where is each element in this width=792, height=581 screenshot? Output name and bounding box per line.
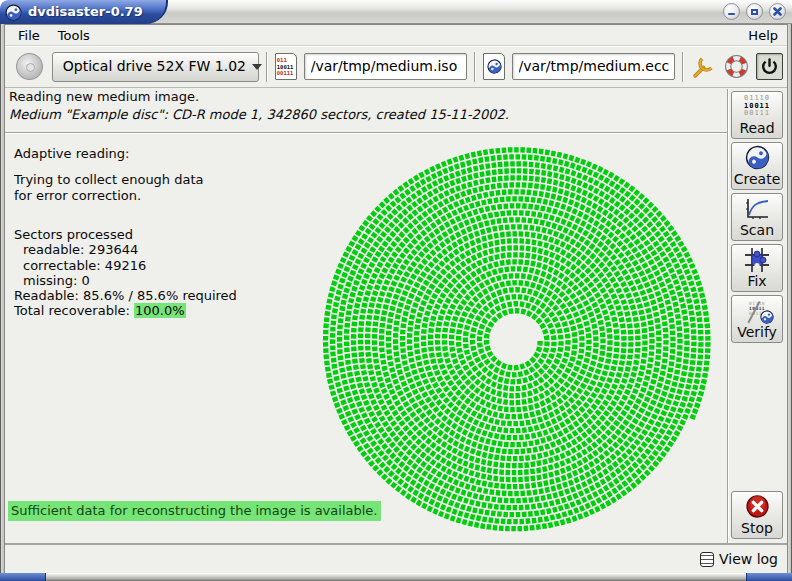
status-separator [5, 132, 727, 134]
window-title: dvdisaster-0.79 [28, 4, 143, 20]
lifebuoy-icon [724, 54, 749, 79]
drive-selector-value: Optical drive 52X FW 1.02 [53, 58, 252, 75]
preferences-button[interactable] [691, 53, 718, 80]
minimize-button[interactable] [723, 3, 740, 20]
iso-path-input[interactable] [304, 53, 467, 80]
bottom-left-corner-grip[interactable] [0, 573, 46, 581]
stop-button[interactable]: Stop [731, 491, 783, 539]
menu-bar: File Tools Help [5, 25, 787, 46]
app-window: dvdisaster-0.79 File Tools Help Optical … [0, 0, 792, 581]
fix-button[interactable]: Fix [731, 244, 783, 292]
panel-desc-line1: Trying to collect enough data [14, 172, 314, 188]
app-logo-yinyang-icon [5, 4, 22, 21]
log-list-icon [700, 552, 714, 567]
image-file-bits: 011 10011 00111 [276, 54, 296, 77]
readable-summary: Readable: 85.6% / 85.6% required [14, 288, 314, 303]
menu-file[interactable]: File [9, 26, 49, 45]
help-button[interactable] [723, 53, 750, 80]
verify-button[interactable]: 01110 10011 00111 Verify [731, 295, 783, 343]
stop-button-label: Stop [741, 521, 773, 536]
footer-message: Sufficient data for reconstructing the i… [8, 501, 381, 521]
stop-icon [732, 492, 782, 521]
window-border-bottom [0, 573, 792, 581]
scan-button-label: Scan [740, 223, 774, 238]
panel-desc-line2: for error correction. [14, 188, 314, 204]
drive-selector[interactable]: Optical drive 52X FW 1.02 [52, 52, 259, 82]
wrench-icon [691, 54, 716, 79]
create-button-label: Create [734, 172, 781, 187]
status-head: Reading new medium image. Medium "Exampl… [5, 89, 727, 122]
binary-lines-icon: 01110 10011 00111 [732, 92, 782, 121]
toolbar-separator [266, 52, 268, 82]
maximize-icon [751, 9, 758, 15]
bottom-right-corner-grip[interactable] [746, 573, 792, 581]
sectors-correctable: correctable: 49216 [14, 258, 314, 273]
mini-yinyang-icon [760, 310, 774, 324]
create-button[interactable]: Create [731, 142, 783, 190]
window-border-right [788, 24, 792, 573]
window-controls [723, 3, 786, 20]
sidebar-separator [727, 89, 729, 543]
status-line1: Reading new medium image. [5, 89, 727, 104]
adaptive-reading-panel: Adaptive reading: Trying to collect enou… [14, 146, 314, 319]
panel-heading: Adaptive reading: [14, 146, 314, 161]
compare-icon: 01110 10011 00111 [732, 296, 782, 325]
action-sidebar: 01110 10011 00111 Read Create [731, 89, 783, 543]
minimize-icon [728, 13, 735, 15]
scan-button[interactable]: Scan [731, 193, 783, 241]
verify-button-label: Verify [737, 325, 777, 340]
close-icon [773, 7, 782, 16]
view-log-button[interactable]: View log [700, 551, 778, 567]
disc-spiral-visualization [315, 141, 715, 541]
chevron-down-icon [252, 64, 262, 70]
sectors-heading: Sectors processed [14, 227, 314, 242]
status-bar: View log [5, 543, 787, 573]
read-button[interactable]: 01110 10011 00111 Read [731, 91, 783, 139]
cd-disc-icon [16, 53, 43, 80]
power-icon [760, 57, 779, 76]
toolbar: Optical drive 52X FW 1.02 011 10011 0011… [5, 46, 787, 88]
sectors-missing: missing: 0 [14, 273, 314, 288]
quit-button[interactable] [756, 53, 783, 80]
window-border-left [0, 24, 4, 573]
menu-tools[interactable]: Tools [49, 26, 99, 45]
yinyang-icon [732, 143, 782, 172]
image-file-icon: 011 10011 00111 [275, 53, 297, 80]
title-bar[interactable]: dvdisaster-0.79 [0, 0, 792, 24]
toolbar-separator [682, 52, 684, 82]
disc-spiral-sectors [326, 150, 709, 529]
ecc-path-input[interactable] [512, 53, 675, 80]
toolbar-separator [474, 52, 476, 82]
recoverable-value: 100.0% [134, 303, 186, 318]
ecc-file-icon [483, 53, 505, 80]
recoverable-line: Total recoverable: 100.0% [14, 303, 314, 318]
view-log-label: View log [719, 551, 778, 567]
read-button-label: Read [739, 121, 774, 136]
curve-chart-icon [732, 194, 782, 223]
title-tab: dvdisaster-0.79 [0, 0, 168, 24]
menu-help[interactable]: Help [739, 26, 787, 45]
recoverable-label: Total recoverable: [14, 303, 134, 318]
fix-button-label: Fix [747, 274, 766, 289]
status-line2: Medium "Example disc": CD-R mode 1, 3428… [5, 107, 727, 122]
close-button[interactable] [769, 3, 786, 20]
ecc-yinyang-icon [487, 59, 502, 74]
sectors-readable: readable: 293644 [14, 242, 314, 257]
maximize-button[interactable] [746, 3, 763, 20]
puzzle-icon [732, 245, 782, 274]
